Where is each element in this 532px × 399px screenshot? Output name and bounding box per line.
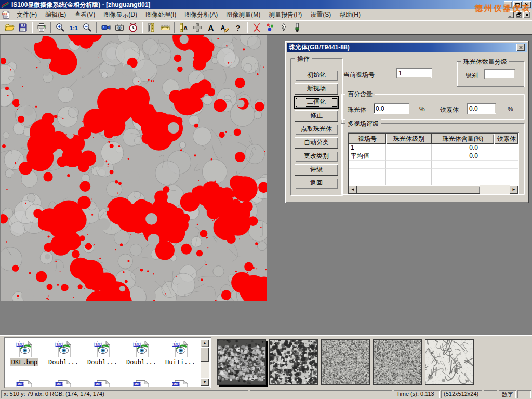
menu-help[interactable]: 帮助(H) — [335, 9, 365, 20]
pearlite-percent-input[interactable] — [374, 103, 409, 114]
menu-image-display[interactable]: 图像显示(D) — [99, 9, 141, 20]
file-item[interactable]: BMP DKF.bmp — [6, 340, 43, 366]
zoom-in-icon — [55, 22, 65, 33]
menu-image-analysis[interactable]: 图像分析(A) — [180, 9, 222, 20]
toolbar-separator — [50, 22, 51, 33]
file-item-partial[interactable]: BMP — [123, 380, 159, 387]
menu-image-processing[interactable]: 图像处理(I) — [141, 9, 180, 20]
scrollbar-thumb[interactable] — [357, 185, 480, 194]
measure-text-icon: A — [179, 22, 189, 33]
file-item-partial[interactable]: BMP — [45, 380, 82, 387]
menu-image-measure[interactable]: 图像测量(M) — [222, 9, 264, 20]
table-horizontal-scrollbar: ◄ ► — [349, 185, 518, 194]
scroll-left-arrow[interactable]: ◄ — [349, 185, 357, 194]
save-button[interactable] — [16, 21, 30, 34]
file-name[interactable]: DKF.bmp — [10, 358, 39, 366]
menu-measure-report[interactable]: 测量报告(P) — [264, 9, 306, 20]
vendor-watermark: 德州仪器仪表 — [475, 4, 531, 14]
print-button[interactable] — [35, 21, 48, 34]
scroll-up-arrow[interactable]: ▲ — [201, 339, 209, 347]
menu-edit[interactable]: 编辑(E) — [41, 9, 70, 20]
table-header-row: 视场号 珠光体级别 珠光体含量(%) 铁素体 — [349, 134, 518, 144]
measure-text-button[interactable]: A — [177, 21, 191, 34]
svg-text:BMP: BMP — [133, 343, 141, 347]
header-field[interactable]: 视场号 — [349, 134, 386, 144]
file-name[interactable]: HuiTi... — [164, 358, 196, 366]
mdi-workspace: 珠光体(GB/T9441-88) 操作 初始化 新视场 二值化 修正 点取珠光体… — [0, 34, 532, 335]
help-button[interactable]: ? — [231, 21, 245, 34]
ferrite-label: 铁素体 — [440, 105, 459, 114]
grade-button[interactable]: 评级 — [295, 164, 338, 176]
table-row[interactable]: 1 0.0 — [349, 144, 518, 152]
return-button[interactable]: 返回 — [295, 178, 338, 189]
table-row[interactable]: 平均值 0.0 — [349, 152, 518, 161]
video-capture-button[interactable] — [99, 21, 113, 34]
file-name[interactable]: Doubl... — [86, 358, 118, 366]
text-edit-icon: A — [219, 22, 230, 33]
thumbnail-2[interactable] — [269, 339, 318, 385]
grade-input[interactable] — [484, 69, 515, 79]
svg-text:1:1: 1:1 — [70, 24, 78, 31]
document-icon[interactable]: DOC — [2, 10, 10, 19]
thumbnail-5[interactable] — [425, 339, 474, 385]
header-pearlite[interactable]: 珠光体含量(%) — [432, 134, 494, 144]
file-browser: BMP DKF.bmp BMP Doubl... BMP Doubl... BM… — [4, 337, 211, 388]
ruler-button[interactable] — [158, 21, 172, 34]
file-item-partial[interactable]: BMP — [84, 380, 121, 387]
scrollbar-track[interactable] — [201, 362, 209, 378]
merge-button[interactable] — [191, 21, 204, 34]
status-spacer-panel — [250, 390, 392, 398]
auto-classify-button[interactable]: 自动分类 — [295, 137, 338, 149]
pick-pearlite-button[interactable]: 点取珠光体 — [295, 124, 338, 135]
scrollbar-track[interactable] — [480, 185, 510, 194]
specimen-image[interactable] — [1, 35, 267, 301]
open-button[interactable] — [3, 21, 16, 34]
svg-text:A: A — [221, 24, 225, 30]
classify-button[interactable] — [263, 21, 277, 34]
thumbnail-3[interactable] — [321, 339, 370, 385]
picker-button[interactable] — [277, 21, 290, 34]
file-item-partial[interactable]: BMP — [6, 380, 43, 387]
svg-text:A: A — [183, 25, 188, 31]
dialog-close-button[interactable] — [516, 44, 525, 51]
thumbnail-1[interactable] — [217, 339, 266, 385]
zoom-in-button[interactable] — [54, 21, 67, 34]
grid-cross-icon — [192, 22, 203, 33]
status-image-size: (512x512x24) — [441, 390, 482, 398]
scrollbar-thumb[interactable] — [201, 347, 209, 362]
zoom-out-button[interactable] — [81, 21, 94, 34]
scroll-down-arrow[interactable]: ▼ — [201, 378, 209, 386]
new-field-button[interactable]: 新视场 — [295, 83, 338, 95]
scroll-right-arrow[interactable]: ► — [510, 185, 518, 194]
caliper-button[interactable] — [145, 21, 158, 34]
video-camera-icon — [101, 22, 111, 33]
file-item-partial[interactable]: BMP — [162, 380, 198, 387]
ferrite-percent-input[interactable] — [467, 103, 496, 114]
initialize-button[interactable]: 初始化 — [295, 70, 338, 81]
text-edit-button[interactable]: A — [218, 21, 231, 34]
file-name[interactable]: Doubl... — [125, 358, 157, 366]
text-button[interactable]: A — [204, 21, 218, 34]
file-name[interactable]: Doubl... — [47, 358, 79, 366]
binarize-button[interactable]: 二值化 — [295, 97, 338, 108]
one-to-one-icon: 1:1 — [69, 22, 79, 33]
bmp-file-icon: BMP — [16, 340, 33, 358]
photo-capture-button[interactable] — [113, 21, 126, 34]
spline-button[interactable] — [250, 21, 263, 34]
current-field-input[interactable] — [396, 68, 432, 78]
file-item[interactable]: BMP HuiTi... — [162, 340, 198, 366]
file-item[interactable]: BMP Doubl... — [84, 340, 121, 366]
actual-size-button[interactable]: 1:1 — [67, 21, 81, 34]
file-item[interactable]: BMP Doubl... — [45, 340, 82, 366]
header-grade[interactable]: 珠光体级别 — [386, 134, 432, 144]
file-item[interactable]: BMP Doubl... — [123, 340, 159, 366]
menu-view[interactable]: 查看(V) — [70, 9, 99, 20]
correct-button[interactable]: 修正 — [295, 110, 338, 122]
change-class-button[interactable]: 更改类别 — [295, 151, 338, 162]
thumbnail-4[interactable] — [373, 339, 422, 385]
header-ferrite[interactable]: 铁素体 — [494, 134, 518, 144]
menu-file[interactable]: 文件(F) — [12, 9, 41, 20]
menu-settings[interactable]: 设置(S) — [306, 9, 335, 20]
timer-button[interactable] — [126, 21, 140, 34]
brush-button[interactable] — [290, 21, 304, 34]
